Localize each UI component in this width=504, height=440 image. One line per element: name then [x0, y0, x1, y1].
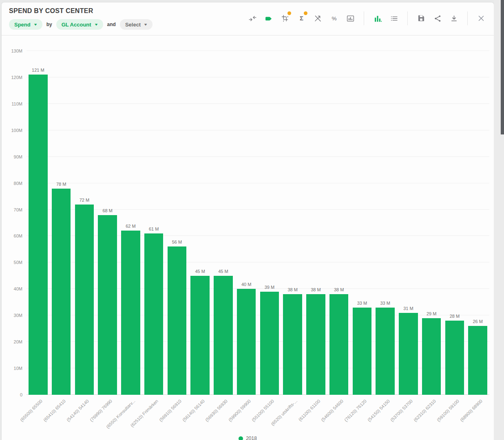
sum-sigma-icon: Σ: [297, 14, 306, 23]
bar-value-label: 33 M: [374, 301, 397, 306]
bar-value-label: 40 M: [235, 282, 258, 287]
app-window: SPEND BY COST CENTER Spend ▼ by GL Accou…: [0, 0, 504, 440]
y-axis-tick-label: 70M: [14, 207, 22, 212]
toolbar-divider: [467, 11, 468, 25]
secondary-dimension-dropdown[interactable]: Select ▼: [120, 19, 153, 30]
bar-value-label: 33 M: [351, 301, 374, 306]
crop-button[interactable]: [277, 10, 293, 26]
bar[interactable]: [75, 205, 94, 395]
share-icon: [433, 14, 442, 23]
chart-region: 010M20M30M40M50M60M70M80M90M100M110M120M…: [2, 35, 494, 440]
bar-value-label: 26 M: [466, 319, 489, 324]
bar[interactable]: [168, 246, 187, 395]
gridline: [27, 262, 489, 262]
boxed-bar-chart-icon: [346, 14, 355, 23]
bar[interactable]: [121, 231, 140, 395]
measure-dropdown[interactable]: Spend ▼: [9, 19, 42, 30]
collapse-arrows-button[interactable]: [244, 10, 261, 26]
gridline: [27, 103, 489, 104]
dimension-dropdown-label: GL Account: [62, 22, 91, 28]
bar[interactable]: [422, 318, 441, 395]
sum-sigma-button[interactable]: Σ: [293, 10, 309, 26]
bar-value-label: 38 M: [281, 287, 304, 292]
svg-text:%: %: [332, 15, 336, 21]
label-tag-button[interactable]: [261, 10, 277, 26]
bar-value-label: 61 M: [142, 227, 166, 231]
bar[interactable]: [29, 75, 48, 395]
bar[interactable]: [468, 326, 487, 395]
bar[interactable]: [98, 215, 117, 395]
and-label: and: [107, 22, 116, 27]
bar[interactable]: [260, 292, 279, 395]
toolbar-divider: [407, 11, 408, 25]
boxed-bar-chart-button[interactable]: [342, 10, 358, 26]
bar[interactable]: [190, 276, 210, 395]
notification-badge: [304, 11, 307, 15]
scrollbar-thumb[interactable]: [501, 0, 504, 134]
svg-text:Σ: Σ: [300, 15, 303, 22]
close-button[interactable]: [473, 10, 489, 26]
download-button[interactable]: [446, 10, 462, 26]
bar-value-label: 38 M: [304, 287, 327, 292]
y-axis-tick-label: 130M: [11, 48, 22, 53]
bar[interactable]: [329, 294, 349, 395]
bar-value-label: 62 M: [119, 224, 142, 229]
bar[interactable]: [214, 276, 233, 395]
bar-value-label: 78 M: [50, 182, 73, 187]
gridline: [27, 394, 489, 395]
bar[interactable]: [237, 289, 256, 395]
legend-label: 2018: [246, 436, 257, 440]
bar-value-label: 121 M: [27, 68, 50, 73]
label-tag-icon: [265, 14, 273, 23]
bar[interactable]: [353, 308, 372, 395]
list-view-button[interactable]: [386, 10, 402, 26]
gridline: [27, 77, 489, 77]
close-icon: [477, 14, 486, 23]
chart-legend: 2018: [2, 436, 494, 440]
toolbar: Σ %: [244, 10, 489, 26]
y-axis-tick-label: 120M: [11, 75, 22, 80]
bar-value-label: 31 M: [397, 306, 420, 311]
y-axis-tick-label: 80M: [14, 181, 22, 186]
y-axis-tick-label: 100M: [11, 128, 22, 133]
bar[interactable]: [376, 308, 395, 395]
chart-panel: SPEND BY COST CENTER Spend ▼ by GL Accou…: [2, 2, 494, 440]
by-label: by: [46, 22, 52, 27]
percent-button[interactable]: %: [326, 10, 342, 26]
chevron-down-icon: ▼: [144, 23, 148, 26]
y-axis-tick-label: 60M: [14, 233, 22, 238]
measure-dropdown-label: Spend: [14, 22, 31, 28]
gridline: [27, 130, 489, 130]
page-title: SPEND BY COST CENTER: [9, 7, 93, 15]
gridline: [27, 51, 489, 51]
scrollbar-track[interactable]: [494, 0, 504, 440]
bar-chart-view-button[interactable]: [369, 10, 386, 26]
y-axis-tick-label: 90M: [14, 154, 22, 159]
chevron-down-icon: ▼: [33, 23, 38, 26]
share-button[interactable]: [429, 10, 446, 26]
save-button[interactable]: [413, 10, 429, 26]
download-icon: [450, 14, 458, 23]
bar[interactable]: [445, 321, 464, 395]
trendline-off-button[interactable]: [309, 10, 326, 26]
bar[interactable]: [399, 313, 418, 395]
toolbar-divider: [364, 11, 364, 25]
gridline: [27, 368, 489, 368]
bar[interactable]: [144, 233, 164, 395]
bar-chart-view-icon: [374, 14, 382, 23]
bar[interactable]: [306, 294, 325, 395]
bar[interactable]: [283, 294, 302, 395]
bar-value-label: 56 M: [166, 240, 189, 244]
legend-item[interactable]: 2018: [239, 436, 257, 440]
crop-icon: [281, 14, 289, 22]
dimension-dropdown[interactable]: GL Account ▼: [56, 19, 103, 30]
bar-value-label: 72 M: [73, 198, 96, 202]
bar[interactable]: [52, 189, 71, 395]
y-axis-tick-label: 0: [20, 392, 22, 397]
collapse-arrows-icon: [248, 14, 257, 23]
y-axis-tick-label: 20M: [14, 339, 22, 344]
dimension-controls: Spend ▼ by GL Account ▼ and Select ▼: [9, 19, 153, 30]
y-axis-tick-label: 50M: [14, 260, 22, 265]
secondary-dimension-dropdown-label: Select: [125, 22, 141, 28]
y-axis-tick-label: 110M: [11, 101, 22, 106]
